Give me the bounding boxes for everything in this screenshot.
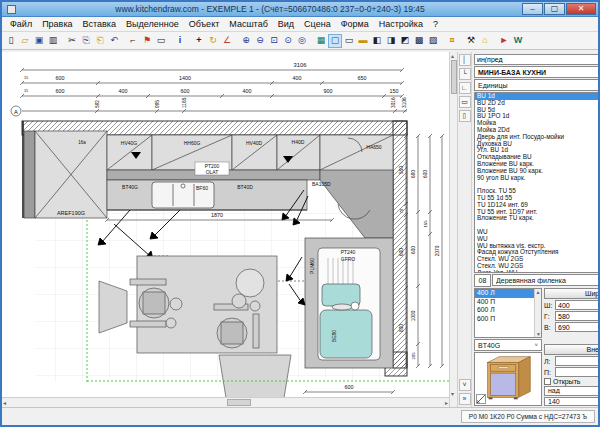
chevron-down-icon-4: ˅ [534, 342, 538, 348]
dimension-corner-icon[interactable] [476, 394, 486, 404]
variant-item[interactable]: 400 П [475, 298, 541, 307]
info-icon[interactable]: i [173, 34, 187, 48]
list-item[interactable]: WU [475, 229, 600, 236]
zoom-all-icon[interactable]: ◎ [295, 34, 309, 48]
export-icon[interactable]: ► [497, 34, 511, 48]
left-input[interactable] [555, 356, 600, 366]
vscroll-thumb[interactable] [451, 60, 457, 94]
zoom-window-icon[interactable]: ⊡ [267, 34, 281, 48]
menu-scene[interactable]: Сцена [299, 19, 336, 29]
canvas-hscrollbar[interactable]: ◂ ▸ [2, 397, 449, 407]
rdim-2a: 690 [411, 170, 416, 178]
cornice-tool-icon[interactable]: ⌐ [126, 34, 140, 48]
right-input[interactable] [555, 367, 600, 377]
menu-view[interactable]: Вид [273, 19, 299, 29]
variant-scroll-down-icon[interactable]: ▼ [536, 331, 541, 337]
menu-file[interactable]: Файл [5, 19, 37, 29]
list-item[interactable] [475, 222, 600, 229]
search-input[interactable] [474, 54, 600, 65]
scroll-left-icon[interactable]: ◂ [3, 399, 6, 406]
zoom-out-icon[interactable]: ⊖ [253, 34, 267, 48]
scroll-down-icon[interactable]: ▾ [451, 390, 454, 397]
drawing-canvas[interactable]: AREF190G 16a HV40G HH60G HV40D H40D [2, 52, 449, 407]
colored-elevation-icon[interactable]: ▬ [356, 34, 370, 48]
section-dropdown[interactable]: Единицы ˅ [474, 79, 600, 91]
canvas-vscrollbar[interactable]: ▴ ▾ [449, 52, 458, 407]
list-item[interactable]: 90 угол BU карк. [475, 175, 600, 182]
over-dropdown[interactable]: над ˅ [544, 386, 600, 395]
tall-cabinet-aref190g[interactable] [24, 131, 107, 218]
zoom-in-icon[interactable]: ⊕ [239, 34, 253, 48]
zone-tool-icon[interactable]: ▭ [154, 34, 168, 48]
move-icon[interactable]: + [192, 34, 206, 48]
zoom-previous-icon[interactable]: ⊙ [281, 34, 295, 48]
dim-total: 3106 [294, 62, 307, 68]
menu-scale[interactable]: Масштаб [224, 19, 273, 29]
maximize-button[interactable]: ▢ [544, 3, 565, 15]
style-code-field[interactable]: 08 [474, 274, 491, 287]
menu-edit[interactable]: Правка [37, 19, 77, 29]
list-item[interactable]: Вложение TU карк. [475, 215, 600, 222]
panel-expand-right-icon[interactable]: » [459, 393, 471, 405]
hscroll-thumb[interactable] [227, 399, 251, 406]
panel-style-dropdown[interactable]: Деревянная филенка ˅ [492, 274, 600, 286]
menu-help[interactable]: ? [428, 19, 443, 29]
open-icon[interactable]: ▱ [18, 34, 32, 48]
angle-icon[interactable]: ∠ [220, 34, 234, 48]
menu-insert[interactable]: Вставка [78, 19, 121, 29]
perspective-view-3-icon[interactable]: ◩ [398, 34, 412, 48]
wall-cab-label-3: HV40D [246, 140, 263, 146]
width-button[interactable]: Ширина [544, 288, 600, 299]
copy-icon[interactable]: ⎘ [79, 34, 93, 48]
height-input[interactable] [555, 322, 600, 332]
print-icon[interactable]: ▥ [46, 34, 60, 48]
rdim-3a: 600 [423, 170, 428, 178]
rdim-1c: 600 [399, 248, 404, 256]
sheet-icon[interactable]: ▯ [459, 110, 471, 122]
width-input[interactable] [555, 300, 600, 310]
scroll-up-icon[interactable]: ▴ [451, 52, 454, 59]
worktop-plan-icon[interactable]: ▦ [314, 34, 328, 48]
list-item[interactable]: Диаг. Угл. WU [475, 270, 600, 272]
dimension-tool-icon[interactable]: ⚑ [140, 34, 154, 48]
perspective-view-2-icon[interactable]: ◨ [384, 34, 398, 48]
menu-shape[interactable]: Форма [336, 19, 374, 29]
open-checkbox[interactable] [544, 378, 551, 385]
panel-expand-down-icon[interactable]: ˅ [459, 379, 471, 391]
wall-straight-icon[interactable]: │ [459, 54, 471, 66]
depth-input[interactable] [555, 311, 600, 321]
export-3d-icon[interactable]: ⌂ [478, 34, 492, 48]
insert-button[interactable]: Внести [544, 344, 600, 355]
wall-angle-icon[interactable]: ∟ [459, 82, 471, 94]
room-icon[interactable]: ▭ [459, 96, 471, 108]
rotate-icon[interactable]: ↻ [206, 34, 220, 48]
menu-selection[interactable]: Выделенное [121, 19, 184, 29]
elevation-dropdown[interactable]: 140 ˅ [544, 397, 600, 406]
model-code-dropdown[interactable]: BT40G ˅ [474, 339, 542, 351]
variant-item[interactable]: 400 Л [475, 289, 536, 298]
estimate-icon[interactable]: ⚒ [464, 34, 478, 48]
catalog-dropdown[interactable]: МИНИ-БАЗА КУХНИ ˅ [474, 66, 600, 78]
save-icon[interactable]: ▣ [32, 34, 46, 48]
close-button[interactable]: ✕ [566, 3, 596, 15]
variant-scrollbar[interactable]: ▲ ▼ [534, 289, 541, 337]
cut-icon[interactable]: ✂ [65, 34, 79, 48]
variant-item[interactable]: 600 Л [475, 306, 541, 315]
wall-corner-icon[interactable]: └ [459, 68, 471, 80]
scroll-right-icon[interactable]: ▸ [445, 399, 448, 406]
menu-object[interactable]: Объект [184, 19, 225, 29]
variant-item[interactable]: 600 П [475, 315, 541, 324]
elevation-view-icon[interactable]: ▭ [342, 34, 356, 48]
variant-scroll-up-icon[interactable]: ▲ [536, 289, 541, 295]
perspective-view-icon[interactable]: ◧ [370, 34, 384, 48]
plan-view-icon[interactable]: ▢ [328, 34, 342, 48]
light-icon[interactable]: ¤ [445, 34, 459, 48]
new-document-icon[interactable]: ▯ [4, 34, 18, 48]
render-icon[interactable]: ▨ [426, 34, 440, 48]
paste-icon[interactable]: ⎗ [93, 34, 107, 48]
word-export-icon[interactable]: W [511, 34, 525, 48]
undo-icon[interactable]: ↶ [107, 34, 121, 48]
menu-settings[interactable]: Настройка [374, 19, 428, 29]
minimize-button[interactable]: – [522, 3, 543, 15]
camera-icon[interactable]: ▩ [412, 34, 426, 48]
